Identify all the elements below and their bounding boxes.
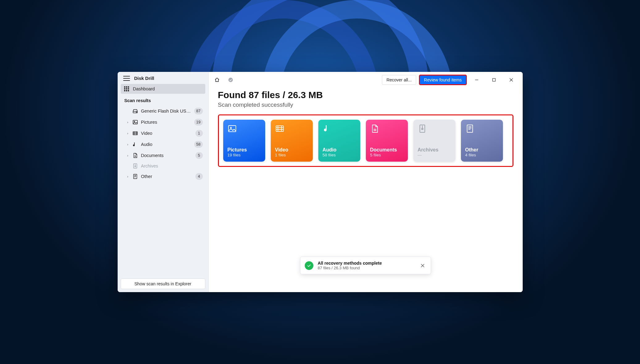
sidebar-item-documents[interactable]: ›Documents5 <box>121 150 205 161</box>
card-subtitle: 19 files <box>228 153 261 157</box>
svg-rect-7 <box>126 90 127 91</box>
sidebar-drive-label: Generic Flash Disk USB D... <box>141 109 191 114</box>
window-close-icon[interactable] <box>504 75 518 85</box>
toast-subtitle: 87 files / 26.3 MB found <box>318 266 415 270</box>
main-area: Recover all... Review found items Found … <box>209 72 523 292</box>
svg-rect-43 <box>422 128 423 130</box>
window-minimize-icon[interactable] <box>470 75 484 85</box>
svg-rect-23 <box>133 174 137 179</box>
success-check-icon <box>305 261 313 270</box>
svg-rect-22 <box>135 166 136 167</box>
home-icon[interactable] <box>213 76 221 84</box>
audio-icon <box>132 142 138 147</box>
audio-icon <box>323 124 332 133</box>
sidebar-item-archives: ›Archives <box>121 161 205 171</box>
svg-point-10 <box>136 112 137 113</box>
sidebar-item-label: Archives <box>141 163 203 168</box>
picture-icon <box>132 119 138 125</box>
scan-results-label: Scan results <box>121 94 205 105</box>
svg-rect-2 <box>128 86 129 88</box>
svg-rect-8 <box>128 90 129 91</box>
document-icon <box>132 153 138 158</box>
svg-rect-6 <box>124 90 125 91</box>
drive-icon <box>132 108 138 114</box>
results-subline: Scan completed successfully <box>218 101 513 108</box>
sidebar-drive-count: 87 <box>194 108 203 114</box>
svg-rect-5 <box>128 88 129 89</box>
card-other[interactable]: Other4 files <box>461 120 503 162</box>
card-subtitle: 4 files <box>465 153 499 157</box>
app-window: Disk Drill Dashboard Scan results › Gene… <box>118 72 523 292</box>
card-title: Other <box>465 147 499 153</box>
card-subtitle: 58 files <box>323 153 356 157</box>
sidebar-item-pictures[interactable]: ›Pictures19 <box>121 117 205 128</box>
card-subtitle: — <box>418 153 451 157</box>
card-documents[interactable]: Documents5 files <box>366 120 408 162</box>
results-headline: Found 87 files / 26.3 MB <box>218 90 513 100</box>
chevron-right-icon: › <box>126 175 129 178</box>
other-icon <box>132 174 138 179</box>
svg-rect-34 <box>276 126 283 131</box>
pictures-icon <box>228 124 237 133</box>
nav-dashboard[interactable]: Dashboard <box>121 84 205 94</box>
svg-point-33 <box>230 127 232 129</box>
sidebar-item-label: Audio <box>141 142 191 147</box>
sidebar: Disk Drill Dashboard Scan results › Gene… <box>118 72 209 292</box>
toolbar: Recover all... Review found items <box>209 72 523 88</box>
sidebar-item-count: 19 <box>194 119 203 126</box>
chevron-right-icon: › <box>126 154 129 157</box>
svg-rect-0 <box>124 86 125 88</box>
other-icon <box>465 124 475 133</box>
svg-point-27 <box>228 78 232 82</box>
grid-icon <box>124 86 129 92</box>
svg-rect-44 <box>467 125 473 132</box>
app-title: Disk Drill <box>134 76 154 81</box>
sidebar-item-count: 1 <box>195 130 203 137</box>
svg-rect-11 <box>133 120 137 124</box>
card-archives: Archives— <box>413 120 455 162</box>
sidebar-item-video[interactable]: ›Video1 <box>121 128 205 139</box>
svg-rect-29 <box>492 79 495 81</box>
documents-icon <box>370 124 379 133</box>
card-title: Audio <box>323 147 356 153</box>
card-subtitle: 1 files <box>275 153 308 157</box>
toast-title: All recovery methods complete <box>318 261 415 266</box>
sidebar-item-count: 4 <box>195 173 203 180</box>
sidebar-item-count: 58 <box>194 141 203 148</box>
completion-toast: All recovery methods complete 87 files /… <box>300 257 431 274</box>
sidebar-item-label: Video <box>141 131 192 136</box>
checkmark-badge-icon[interactable] <box>227 76 235 84</box>
svg-rect-3 <box>124 88 125 89</box>
sidebar-item-label: Other <box>141 174 192 179</box>
archives-icon <box>418 124 427 133</box>
svg-rect-1 <box>126 86 127 88</box>
video-icon <box>275 124 284 133</box>
video-icon <box>132 130 138 136</box>
sidebar-item-label: Documents <box>141 153 192 158</box>
chevron-right-icon: › <box>126 131 129 135</box>
svg-rect-4 <box>126 88 127 89</box>
card-audio[interactable]: Audio58 files <box>318 120 360 162</box>
hamburger-menu-icon[interactable] <box>123 76 130 81</box>
card-video[interactable]: Video1 files <box>271 120 313 162</box>
window-maximize-icon[interactable] <box>487 75 501 85</box>
card-subtitle: 5 files <box>370 153 404 157</box>
sidebar-drive[interactable]: › Generic Flash Disk USB D... 87 <box>121 105 205 117</box>
chevron-right-icon: › <box>126 120 129 124</box>
recover-all-button[interactable]: Recover all... <box>382 75 416 85</box>
card-title: Pictures <box>228 147 261 153</box>
card-title: Video <box>275 147 308 153</box>
card-pictures[interactable]: Pictures19 files <box>223 120 265 162</box>
review-found-items-button[interactable]: Review found items <box>419 75 466 85</box>
toast-close-icon[interactable] <box>419 262 426 269</box>
show-in-explorer-button[interactable]: Show scan results in Explorer <box>121 279 205 289</box>
chevron-right-icon: › <box>126 143 129 146</box>
category-cards: Pictures19 filesVideo1 filesAudio58 file… <box>218 114 513 167</box>
sidebar-item-label: Pictures <box>141 120 191 125</box>
card-title: Archives <box>418 147 451 153</box>
archive-icon <box>132 163 138 169</box>
sidebar-item-other[interactable]: ›Other4 <box>121 171 205 182</box>
sidebar-item-audio[interactable]: ›Audio58 <box>121 139 205 150</box>
nav-dashboard-label: Dashboard <box>133 86 155 91</box>
svg-rect-32 <box>228 126 236 132</box>
